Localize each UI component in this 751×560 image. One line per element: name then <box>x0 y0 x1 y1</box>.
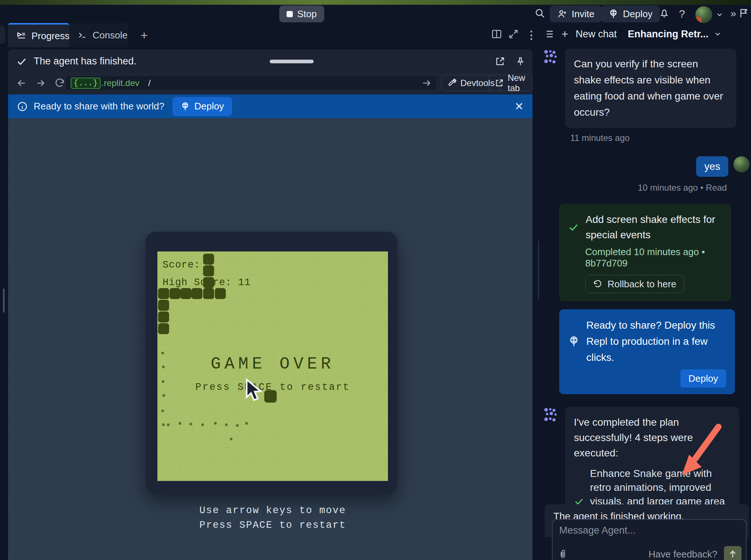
url-host: .replit.dev <box>101 78 139 88</box>
go-arrow-icon[interactable] <box>421 78 431 88</box>
new-tab-plus-icon[interactable]: + <box>132 23 153 47</box>
notifications-bell-icon[interactable] <box>659 8 670 20</box>
banner-deploy-button[interactable]: Deploy <box>172 97 232 116</box>
popout-icon[interactable] <box>494 56 505 67</box>
particle-dot <box>161 410 164 412</box>
invite-button[interactable]: Invite <box>550 5 602 22</box>
chat-list-icon[interactable] <box>543 29 554 40</box>
chat-messages: Can you verify if the screen shake effec… <box>537 49 751 560</box>
particle-dot <box>161 352 164 354</box>
particle-dot <box>162 366 165 368</box>
agent-status-bar: The agent has finished. <box>8 49 533 74</box>
pane-resize-handle[interactable] <box>3 288 5 313</box>
checkpoint-title: Add screen shake effects for special eve… <box>586 212 722 243</box>
snake-segment <box>215 288 226 299</box>
info-icon <box>17 101 28 112</box>
chevron-down-icon <box>714 30 722 38</box>
tab-console[interactable]: Console <box>69 23 127 47</box>
invite-label: Invite <box>572 8 594 20</box>
desktop-gradient-strip <box>0 0 751 5</box>
check-icon <box>568 212 579 243</box>
flag-plus-icon[interactable] <box>739 8 750 20</box>
particle-dot <box>179 422 181 425</box>
instruction-line: Press SPACE to restart <box>157 518 388 533</box>
pin-icon[interactable] <box>515 56 526 67</box>
topbar: Stop Invite Deploy ? » <box>0 5 751 23</box>
split-pane-icon[interactable] <box>491 29 502 41</box>
thread-title-text: Enhancing Retr... <box>628 29 709 40</box>
forward-icon[interactable] <box>35 78 46 89</box>
kebab-menu-icon[interactable]: ⋮ <box>526 29 537 41</box>
have-feedback-link[interactable]: Have feedback? <box>649 549 717 560</box>
new-tab-button[interactable]: New tab <box>488 75 533 91</box>
agent-message-bubble: Can you verify if the screen shake effec… <box>565 49 736 128</box>
snake-segment <box>180 288 191 299</box>
tab-console-label: Console <box>93 30 127 41</box>
check-icon <box>16 56 27 67</box>
url-path: / <box>148 78 151 88</box>
new-tab-label: New tab <box>508 73 526 93</box>
game-instructions: Use arrow keys to move Press SPACE to re… <box>157 503 388 533</box>
agent-logo-icon <box>542 49 559 66</box>
snake-segment <box>169 288 180 299</box>
rollback-button[interactable]: Rollback to here <box>585 275 684 293</box>
banner-deploy-label: Deploy <box>194 101 224 112</box>
rollback-icon <box>593 279 602 289</box>
drag-handle[interactable] <box>270 60 314 63</box>
help-icon[interactable]: ? <box>679 8 685 20</box>
particle-dot <box>162 380 164 383</box>
game-over-text: GAME OVER <box>157 355 388 374</box>
stop-button[interactable]: Stop <box>279 5 324 22</box>
agent-logo-icon <box>542 407 559 423</box>
url-input[interactable]: {...} .replit.dev / <box>65 75 437 91</box>
send-button[interactable] <box>724 546 741 560</box>
double-chevron-icon[interactable]: » <box>731 8 736 19</box>
back-icon[interactable] <box>16 78 27 89</box>
particle-dot <box>167 423 169 426</box>
message-composer[interactable]: Have feedback? <box>552 519 747 560</box>
thread-title[interactable]: Enhancing Retr... <box>628 29 722 40</box>
tab-progress-label: Progress <box>31 30 70 42</box>
refresh-icon[interactable] <box>54 78 65 89</box>
person-plus-icon <box>557 9 567 19</box>
user-message-row: yes <box>537 156 751 177</box>
chevron-down-icon[interactable] <box>715 11 724 20</box>
checkpoint-card: Add screen shake effects for special eve… <box>559 204 731 301</box>
tab-progress[interactable]: Progress ✕ <box>8 23 69 47</box>
snake-segment <box>203 277 214 288</box>
webview-pane: The agent has finished. {. <box>8 49 533 560</box>
particle-dot <box>190 423 192 425</box>
rollback-label: Rollback to here <box>608 279 676 290</box>
deploy-banner: Ready to share with the world? Deploy ✕ <box>8 94 533 118</box>
banner-close-icon[interactable]: ✕ <box>515 100 524 113</box>
repl-host-badge: {...} <box>71 78 101 89</box>
particle-dot <box>201 423 204 426</box>
deploy-card: Ready to share? Deploy this Repl to prod… <box>559 309 735 394</box>
agent-message-row: Can you verify if the screen shake effec… <box>537 49 751 128</box>
progress-icon <box>16 31 26 41</box>
particle-dot <box>236 424 239 427</box>
new-chat-label[interactable]: New chat <box>576 29 617 40</box>
agent-status-text: The agent has finished. <box>34 56 137 67</box>
particle-dot <box>162 394 165 397</box>
deploy-card-text: Ready to share? Deploy this Repl to prod… <box>586 317 726 366</box>
paperclip-icon[interactable] <box>558 549 568 559</box>
deploy-button-top[interactable]: Deploy <box>601 5 660 22</box>
summary-intro: I've completed the plan successfully! 4 … <box>574 415 731 461</box>
snake-segment <box>203 254 214 265</box>
browser-toolbar: {...} .replit.dev / Devtools New tab <box>8 74 533 93</box>
deploy-icon <box>608 9 619 19</box>
avatar[interactable] <box>695 6 712 23</box>
search-icon[interactable] <box>534 8 545 20</box>
game-screen[interactable]: Score: 1 High Score: 11 GAME OVER Press … <box>157 251 388 481</box>
mouse-cursor <box>241 378 264 406</box>
deploy-card-button[interactable]: Deploy <box>680 369 726 388</box>
new-chat-plus-icon[interactable]: + <box>561 27 568 41</box>
dock-nub[interactable] <box>0 26 5 44</box>
message-input[interactable] <box>559 525 713 541</box>
agent-chat-panel: + New chat Enhancing Retr... Can you ver… <box>537 23 751 560</box>
chat-header: + New chat Enhancing Retr... <box>537 23 751 45</box>
expand-icon[interactable] <box>508 29 519 41</box>
instruction-line: Use arrow keys to move <box>157 503 388 518</box>
checkpoint-meta: Completed 10 minutes ago • 8b77d709 <box>585 246 722 269</box>
